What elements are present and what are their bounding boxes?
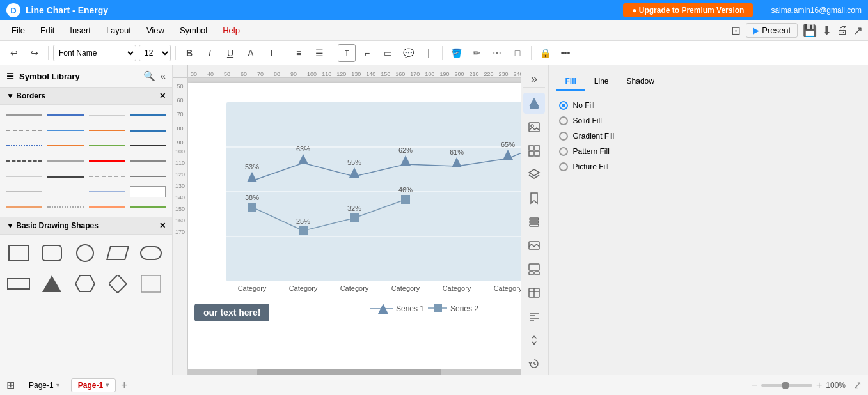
menu-help[interactable]: Help	[216, 23, 246, 38]
border-item-26[interactable]	[46, 201, 84, 213]
menu-view[interactable]: View	[140, 23, 171, 38]
upgrade-button[interactable]: Upgrade to Premium Version	[623, 3, 753, 17]
shape-button[interactable]: ▭	[379, 44, 397, 62]
connector-button[interactable]: ⌐	[358, 44, 376, 62]
picture-tool-button[interactable]	[523, 235, 545, 256]
undo-button[interactable]: ↩	[5, 44, 23, 62]
border-item-24[interactable]	[129, 185, 167, 198]
fill-option-solid[interactable]: Solid Fill	[556, 113, 861, 128]
tab-fill[interactable]: Fill	[556, 73, 585, 91]
shape-hex[interactable]	[72, 270, 99, 297]
collapse-right-button[interactable]: »	[523, 70, 545, 88]
tab-shadow[interactable]: Shadow	[618, 73, 663, 91]
present-button[interactable]: ▶ Present	[746, 23, 798, 38]
save-icon[interactable]: 💾	[803, 24, 817, 38]
line-style-button[interactable]: ⋯	[488, 44, 506, 62]
align-left-button[interactable]: ≡	[290, 44, 308, 62]
shapes-close-icon[interactable]: ✕	[159, 221, 166, 230]
border-item-4[interactable]	[129, 109, 167, 121]
border-item-28[interactable]	[129, 201, 167, 213]
bookmark-tool-button[interactable]	[523, 188, 545, 209]
align-justify-button[interactable]: ☰	[310, 44, 328, 62]
history-tool-button[interactable]	[523, 353, 545, 375]
tab-line[interactable]: Line	[585, 73, 618, 91]
font-size-select[interactable]: 12	[139, 45, 171, 61]
fill-option-gradient[interactable]: Gradient Fill	[556, 128, 861, 144]
zoom-out-button[interactable]: −	[752, 380, 757, 391]
fill-tool-button[interactable]	[523, 93, 545, 114]
panel-collapse-icon[interactable]: «	[161, 70, 166, 82]
lock-button[interactable]: 🔒	[536, 44, 554, 62]
shape-triangle[interactable]	[38, 270, 65, 297]
border-item-6[interactable]	[46, 124, 84, 137]
line-color-button[interactable]: ✏	[468, 44, 485, 62]
page-menu-icon[interactable]: ⊞	[6, 379, 15, 391]
shape-circle[interactable]	[72, 240, 99, 267]
border-item-23[interactable]	[88, 185, 126, 198]
border-item-21[interactable]	[5, 185, 43, 198]
layers-tool-button[interactable]	[523, 164, 545, 185]
border-item-1[interactable]	[5, 109, 43, 121]
shape-stadium[interactable]	[138, 240, 164, 267]
border-item-25[interactable]	[5, 201, 43, 213]
border-item-15[interactable]	[88, 155, 126, 167]
menu-symbol[interactable]: Symbol	[173, 23, 214, 38]
line-button[interactable]: |	[420, 44, 438, 62]
shapes-section-header[interactable]: ▼ Basic Drawing Shapes ✕	[0, 217, 172, 235]
layout-tool-button[interactable]	[523, 259, 545, 280]
text-style-button[interactable]: T̲	[262, 44, 280, 62]
page-tab-active[interactable]: Page-1 ▾	[71, 378, 116, 392]
page-tab-active-arrow[interactable]: ▾	[106, 382, 109, 389]
border-item-22[interactable]	[46, 185, 84, 198]
redo-button[interactable]: ↪	[26, 44, 43, 62]
table-tool-button[interactable]	[523, 283, 545, 304]
menu-edit[interactable]: Edit	[34, 23, 61, 38]
add-page-button[interactable]: +	[121, 380, 128, 391]
shape-rect[interactable]	[5, 240, 32, 267]
page-tab-1[interactable]: Page-1 ▾	[22, 379, 66, 392]
fullscreen-bottom-button[interactable]: ⤢	[853, 379, 862, 391]
menu-layout[interactable]: Layout	[100, 23, 138, 38]
border-item-20[interactable]	[129, 170, 167, 183]
arrange-tool-button[interactable]	[523, 330, 545, 351]
text-align-tool-button[interactable]	[523, 306, 545, 327]
text-box-button[interactable]: T	[338, 44, 356, 62]
zoom-slider[interactable]	[761, 384, 812, 387]
shape-parallelogram[interactable]	[104, 240, 131, 267]
border-item-11[interactable]	[88, 139, 126, 152]
fill-option-pattern[interactable]: Pattern Fill	[556, 144, 861, 159]
panel-search-icon[interactable]: 🔍	[143, 70, 155, 82]
border-item-16[interactable]	[129, 155, 167, 167]
grid-tool-button[interactable]	[523, 140, 545, 161]
border-item-13[interactable]	[5, 155, 43, 167]
shape-box[interactable]	[138, 270, 164, 297]
share-icon[interactable]: ↗	[853, 24, 863, 38]
stack-tool-button[interactable]	[523, 212, 545, 233]
shape-diamond[interactable]	[104, 270, 131, 297]
border-item-5[interactable]	[5, 124, 43, 137]
border-item-27[interactable]	[88, 201, 126, 213]
border-item-2[interactable]	[46, 109, 84, 121]
print-icon[interactable]: 🖨	[837, 24, 848, 37]
shape-rect-round[interactable]	[38, 240, 65, 267]
underline-button[interactable]: U	[221, 44, 239, 62]
borders-section-header[interactable]: ▼ Borders ✕	[0, 88, 172, 105]
horizontal-scrollbar[interactable]	[188, 369, 521, 375]
zoom-in-button[interactable]: +	[816, 380, 822, 391]
borders-close-icon[interactable]: ✕	[159, 91, 166, 100]
font-color-button[interactable]: A	[242, 44, 260, 62]
canvas-text-box[interactable]: our text here!	[194, 304, 269, 321]
fullscreen-icon[interactable]: ⊡	[731, 24, 741, 38]
border-item-18[interactable]	[46, 170, 84, 183]
border-item-9[interactable]	[5, 139, 43, 152]
more-button[interactable]: •••	[556, 44, 574, 62]
download-icon[interactable]: ⬇	[822, 24, 832, 38]
border-item-10[interactable]	[46, 139, 84, 152]
border-item-12[interactable]	[129, 139, 167, 152]
font-select[interactable]: Font Name	[53, 45, 136, 61]
scrollbar-thumb[interactable]	[257, 369, 441, 375]
fill-option-none[interactable]: No Fill	[556, 98, 861, 113]
shape-wide-rect[interactable]	[5, 270, 32, 297]
fill-color-button[interactable]: 🪣	[447, 44, 465, 62]
border-item-19[interactable]	[88, 170, 126, 183]
